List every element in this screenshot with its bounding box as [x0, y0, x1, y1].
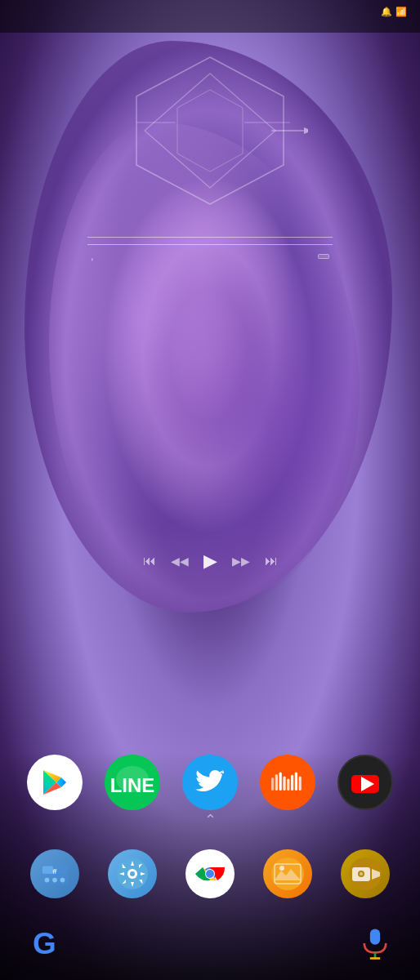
svg-rect-44	[370, 929, 380, 944]
svg-rect-17	[298, 776, 301, 791]
settings-icon	[108, 849, 157, 898]
utility-row: #	[0, 849, 420, 898]
svg-point-9	[116, 766, 149, 792]
clock-hex	[112, 49, 308, 212]
youtube-icon	[337, 755, 393, 810]
app-dock: LINE	[0, 755, 420, 817]
date-by	[318, 254, 329, 259]
music-player: ⏮ ◀◀ ▶ ▶▶ ⏭	[87, 539, 333, 572]
app-item-settings[interactable]	[108, 849, 157, 898]
next-button[interactable]: ▶▶	[232, 555, 250, 568]
app-item-chrome[interactable]	[185, 849, 235, 898]
svg-marker-0	[136, 57, 284, 204]
bottom-bar: G	[0, 923, 420, 964]
app-item-keyboard[interactable]: #	[30, 849, 79, 898]
svg-point-26	[60, 878, 65, 883]
chrome-icon	[185, 849, 235, 898]
svg-text:#: #	[53, 866, 58, 875]
svg-rect-11	[275, 774, 278, 791]
music-controls: ⏮ ◀◀ ▶ ▶▶ ⏭	[87, 550, 333, 572]
date-line: ,	[87, 250, 333, 262]
status-icons: 🔔 📶	[381, 7, 410, 17]
line-icon: LINE	[105, 755, 160, 810]
svg-point-42	[360, 872, 363, 875]
svg-point-36	[279, 866, 284, 871]
svg-point-25	[53, 878, 58, 883]
skip-back-button[interactable]: ⏮	[143, 554, 156, 568]
soundcloud-icon	[260, 755, 315, 810]
skip-forward-button[interactable]: ⏭	[265, 554, 278, 568]
playstore-icon	[27, 755, 83, 810]
app-item-soundcloud[interactable]	[260, 755, 315, 817]
play-button[interactable]: ▶	[203, 550, 217, 572]
app-item-twitter[interactable]	[182, 755, 238, 817]
keyboard-icon: #	[30, 849, 79, 898]
drawer-handle[interactable]: ⌃	[204, 811, 217, 829]
svg-rect-12	[279, 773, 281, 791]
drawer-arrow-icon: ⌃	[204, 812, 217, 828]
date-month-day: ,	[91, 250, 97, 262]
status-bar: 🔔 📶	[0, 0, 420, 23]
svg-marker-1	[145, 74, 275, 188]
svg-point-30	[130, 871, 135, 876]
app-item-gallery[interactable]	[263, 849, 312, 898]
day-label	[87, 237, 333, 245]
app-item-camera[interactable]	[341, 849, 390, 898]
signal-icon: 📶	[395, 7, 407, 17]
svg-rect-13	[283, 776, 285, 791]
twitter-icon	[182, 755, 238, 810]
svg-point-24	[45, 878, 50, 883]
app-item-youtube[interactable]	[337, 755, 393, 817]
hex-svg	[112, 49, 308, 212]
svg-rect-10	[271, 777, 274, 791]
svg-marker-2	[177, 90, 243, 172]
gallery-icon	[263, 849, 312, 898]
svg-rect-14	[287, 779, 289, 791]
app-item-line[interactable]: LINE	[105, 755, 160, 817]
clock-widget	[112, 49, 308, 212]
app-item-playstore[interactable]	[27, 755, 83, 817]
notification-icon: 🔔	[381, 7, 392, 17]
svg-rect-16	[295, 773, 297, 791]
date-widget: ,	[87, 237, 333, 262]
camera-icon	[341, 849, 390, 898]
svg-rect-15	[291, 775, 293, 791]
svg-marker-6	[304, 127, 308, 134]
google-g-button[interactable]: G	[25, 923, 65, 964]
google-mic-button[interactable]	[355, 923, 395, 964]
prev-button[interactable]: ◀◀	[171, 555, 189, 568]
svg-text:G: G	[33, 927, 56, 960]
svg-rect-22	[42, 866, 53, 875]
svg-point-34	[206, 870, 214, 878]
